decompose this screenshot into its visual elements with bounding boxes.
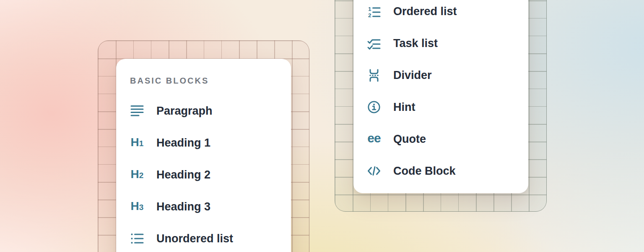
menu-item-heading-2[interactable]: H2Heading 2 (130, 159, 291, 191)
basic-blocks-items: ParagraphH1Heading 1H2Heading 2H3Heading… (130, 95, 291, 252)
menu-item-task-list[interactable]: Task list (367, 27, 528, 59)
more-blocks-items: 12Ordered listTask listDividerHinteeQuot… (367, 0, 528, 187)
hint-icon (367, 100, 381, 114)
menu-item-hint[interactable]: Hint (367, 91, 528, 123)
menu-item-paragraph[interactable]: Paragraph (130, 95, 291, 127)
menu-item-code-block[interactable]: Code Block (367, 155, 528, 187)
svg-text:1: 1 (368, 6, 371, 12)
menu-item-divider[interactable]: Divider (367, 59, 528, 91)
menu-item-label: Divider (393, 70, 432, 81)
menu-item-label: Quote (393, 134, 426, 145)
more-blocks-menu: 12Ordered listTask listDividerHinteeQuot… (353, 0, 528, 193)
section-label: BASIC BLOCKS (130, 76, 291, 85)
menu-item-label: Heading 1 (156, 137, 210, 149)
menu-item-heading-3[interactable]: H3Heading 3 (130, 191, 291, 223)
menu-item-quote[interactable]: eeQuote (367, 123, 528, 155)
basic-blocks-menu: BASIC BLOCKS ParagraphH1Heading 1H2Headi… (116, 59, 291, 252)
heading-3-icon: H3 (130, 200, 144, 214)
menu-item-ordered-list[interactable]: 12Ordered list (367, 0, 528, 27)
paragraph-icon (130, 104, 144, 118)
menu-item-label: Code Block (393, 165, 456, 177)
quote-icon: ee (367, 132, 381, 146)
ordered-list-icon: 12 (367, 4, 381, 18)
menu-item-label: Hint (393, 102, 415, 113)
unordered-list-icon (130, 231, 144, 246)
heading-1-icon: H1 (130, 136, 144, 150)
menu-item-label: Heading 2 (156, 169, 210, 181)
menu-item-label: Heading 3 (156, 201, 210, 213)
divider-icon (367, 68, 381, 82)
menu-item-label: Ordered list (393, 6, 457, 17)
code-block-icon (367, 164, 381, 178)
menu-item-label: Task list (393, 38, 438, 49)
heading-2-icon: H2 (130, 168, 144, 182)
menu-item-label: Unordered list (156, 233, 233, 244)
menu-item-heading-1[interactable]: H1Heading 1 (130, 127, 291, 159)
menu-item-label: Paragraph (156, 105, 213, 117)
svg-text:2: 2 (368, 12, 371, 18)
menu-item-unordered-list[interactable]: Unordered list (130, 223, 291, 252)
hero-background: BASIC BLOCKS ParagraphH1Heading 1H2Headi… (0, 0, 644, 252)
task-list-icon (367, 36, 381, 50)
